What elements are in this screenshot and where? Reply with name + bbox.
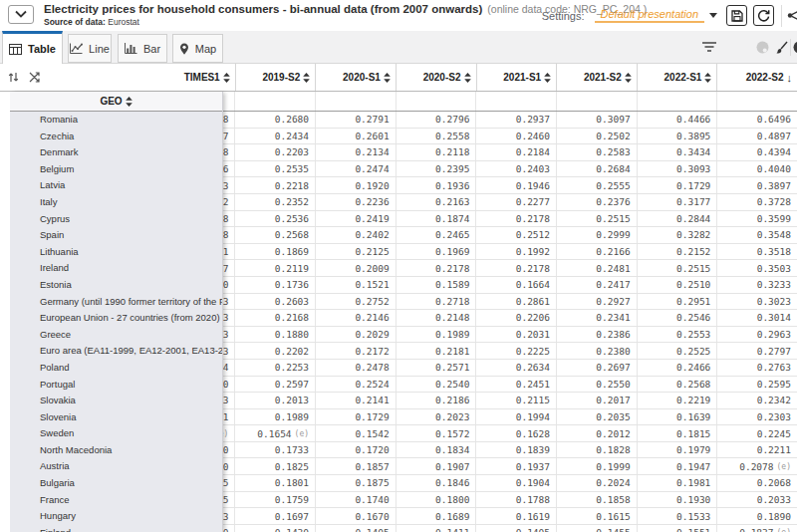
help-icon[interactable]: ? bbox=[793, 41, 797, 54]
data-cell: 0.2951 bbox=[637, 294, 717, 310]
data-cell: 0.4040 bbox=[716, 161, 797, 177]
data-cell: 0.2146 bbox=[315, 310, 396, 326]
data-cell: 0.2303 bbox=[716, 409, 797, 425]
data-cell: 0.3895 bbox=[637, 129, 717, 144]
geo-row-label[interactable]: Sweden bbox=[10, 425, 222, 442]
geo-row-label[interactable]: Spain bbox=[10, 227, 222, 244]
data-cell: 0.2178 bbox=[396, 260, 476, 276]
geo-row-label[interactable]: Slovenia bbox=[10, 409, 222, 426]
geo-column-header[interactable]: GEO bbox=[10, 92, 222, 112]
geo-row-label[interactable]: Estonia bbox=[10, 277, 222, 294]
tab-label: Bar bbox=[143, 43, 160, 55]
tab-map[interactable]: Map bbox=[172, 34, 223, 63]
geo-row-label[interactable]: Greece bbox=[10, 327, 222, 344]
column-header-2020-s2[interactable]: 2020-S2 bbox=[396, 64, 476, 91]
data-cell: 0.2927 bbox=[556, 294, 637, 310]
swap-dimensions-icon[interactable] bbox=[29, 72, 40, 83]
chevron-down-icon bbox=[14, 10, 28, 19]
column-header-row: TIME S1 2019-S2 2020-S1 2020-S2 2021-S1 … bbox=[0, 64, 797, 92]
data-cell: 0.2525 bbox=[637, 343, 717, 359]
data-cell: 0.2601 bbox=[315, 129, 396, 144]
data-cell: 0.3093 bbox=[637, 161, 717, 177]
geo-row-label[interactable]: Romania bbox=[10, 112, 222, 129]
geo-row-label[interactable]: Ireland bbox=[10, 260, 222, 277]
share-icon[interactable] bbox=[787, 8, 797, 24]
column-header-2019-s1[interactable]: S1 bbox=[210, 64, 235, 91]
data-cell: 0.1788 bbox=[475, 492, 556, 508]
sort-rows-icon[interactable] bbox=[8, 72, 19, 83]
geo-row-label[interactable]: Germany (until 1990 former territory of … bbox=[10, 294, 222, 311]
data-cell: 0.2203 bbox=[234, 144, 315, 160]
geo-row-label[interactable]: Slovakia bbox=[10, 393, 222, 409]
data-cell: 0.1839 bbox=[475, 442, 556, 458]
save-button[interactable] bbox=[726, 5, 747, 26]
data-cell: 0.2555 bbox=[556, 177, 637, 193]
geo-row-label[interactable]: Italy bbox=[10, 194, 222, 211]
presentation-select[interactable]: Default presentation bbox=[595, 8, 704, 23]
geo-row-label[interactable]: Latvia bbox=[10, 177, 222, 194]
data-cell: 0.2603 bbox=[234, 294, 315, 310]
data-cell: 0.1904 bbox=[475, 475, 556, 491]
geo-row-label[interactable]: France bbox=[10, 492, 222, 509]
column-header-2019-s2[interactable]: 2019-S2 bbox=[235, 64, 316, 91]
data-cell: 0.1729 bbox=[637, 177, 717, 193]
data-cell: 0.2134 bbox=[315, 144, 396, 160]
data-cell: 0.1551 bbox=[637, 525, 717, 532]
column-header-2021-s1[interactable]: 2021-S1 bbox=[476, 64, 557, 91]
geo-row-label[interactable]: Denmark bbox=[10, 144, 222, 161]
data-cell: 0.2558 bbox=[396, 129, 476, 144]
data-cell: 0.1521 bbox=[315, 277, 396, 293]
data-cell: 0.2999 bbox=[556, 227, 637, 243]
geo-row-label[interactable]: North Macedonia bbox=[10, 442, 222, 459]
chevron-down-icon[interactable] bbox=[709, 13, 717, 18]
data-cell: 0.2125 bbox=[315, 244, 396, 260]
data-cell: 0.4466 bbox=[637, 112, 717, 128]
tab-line[interactable]: Line bbox=[68, 34, 112, 63]
column-header-2022-s1[interactable]: 2022-S1 bbox=[637, 64, 717, 91]
brush-icon[interactable] bbox=[775, 41, 788, 54]
refresh-button[interactable] bbox=[753, 5, 774, 26]
geo-row-label[interactable]: Euro area (EA11-1999, EA12-2001, EA13-20… bbox=[10, 343, 222, 360]
data-cell: 0.1670 bbox=[315, 508, 396, 524]
data-cell: 0.3434 bbox=[637, 144, 717, 160]
data-cell: 0.2568 bbox=[637, 377, 717, 393]
data-cell: 0.1880 bbox=[234, 327, 315, 343]
data-cell: 0.1615 bbox=[556, 508, 637, 524]
geo-row-label[interactable]: Hungary bbox=[10, 508, 222, 525]
data-cell: 0.2218 bbox=[234, 177, 315, 193]
geo-row-label[interactable]: Czechia bbox=[10, 129, 222, 145]
data-cell: 0.2568 bbox=[234, 227, 315, 243]
data-cell: 0.1981 bbox=[637, 475, 717, 491]
geo-row-label[interactable]: Finland bbox=[10, 525, 222, 532]
palette-icon bbox=[756, 41, 769, 54]
data-cell: 0.2341 bbox=[556, 310, 637, 326]
geo-row-label[interactable]: Portugal bbox=[10, 377, 222, 394]
data-cell: 0.2861 bbox=[475, 294, 556, 310]
column-header-2021-s2[interactable]: 2021-S2 bbox=[556, 64, 637, 91]
geo-row-label[interactable]: Cyprus bbox=[10, 211, 222, 228]
geo-row-label[interactable]: Belgium bbox=[10, 161, 222, 178]
column-header-2020-s1[interactable]: 2020-S1 bbox=[315, 64, 396, 91]
data-cell: 0.2403 bbox=[475, 161, 556, 177]
left-margin bbox=[0, 92, 10, 532]
data-cell: 0.1654(e) bbox=[234, 425, 315, 441]
geo-row-label[interactable]: Poland bbox=[10, 360, 222, 377]
data-cell: 0.1930 bbox=[637, 492, 717, 508]
data-cell: 0.2253 bbox=[234, 360, 315, 376]
view-tab-bar: Table Line Bar Map bbox=[0, 31, 797, 64]
column-header-2022-s2[interactable]: 2022-S2 ↓ bbox=[716, 64, 797, 91]
dataset-title: Electricity prices for household consume… bbox=[44, 3, 482, 15]
geo-row-label[interactable]: European Union - 27 countries (from 2020… bbox=[10, 310, 222, 327]
geo-row-label[interactable]: Austria bbox=[10, 458, 222, 475]
data-cell: 0.2535 bbox=[234, 161, 315, 177]
filter-icon[interactable] bbox=[701, 41, 717, 53]
data-cell: 0.1430 bbox=[234, 525, 315, 532]
map-pin-icon bbox=[179, 43, 189, 55]
data-cell: 0.1455 bbox=[556, 525, 637, 532]
geo-row-label[interactable]: Bulgaria bbox=[10, 475, 222, 492]
collapse-panel-button[interactable] bbox=[8, 5, 34, 24]
tab-bar-chart[interactable]: Bar bbox=[118, 34, 167, 63]
geo-row-label[interactable]: Lithuania bbox=[10, 244, 222, 261]
data-cell: 0.1989 bbox=[234, 409, 315, 425]
tab-table[interactable]: Table bbox=[2, 31, 63, 65]
